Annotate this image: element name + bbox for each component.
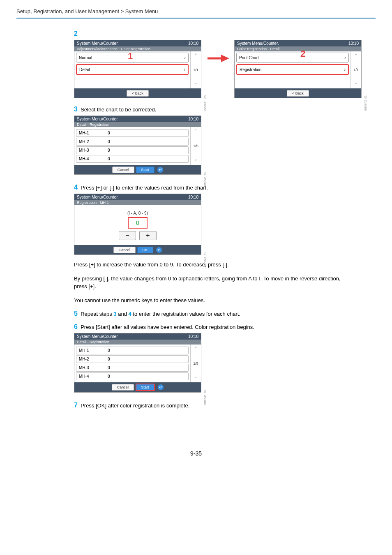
step-number-7: 7 <box>74 402 78 409</box>
panel-detail-registration: System Menu/Counter. 10:10 Detail - Regi… <box>74 116 201 175</box>
mh-value: 0 <box>108 157 186 161</box>
mh-row[interactable]: MH-30 <box>76 146 189 154</box>
enter-icon: ↵ <box>156 247 162 253</box>
chevron-right-icon: › <box>184 55 186 60</box>
scroll-side: ˄ 1/1 ˅ <box>350 51 361 88</box>
screen-id: GB0643_01 <box>204 390 207 405</box>
mh-value: 0 <box>108 365 186 370</box>
list-item-label: Print Chart <box>239 56 259 60</box>
panel-subtitle: Adjustment/Maintenance - Color Registrat… <box>74 46 201 51</box>
scroll-down-icon[interactable]: ˅ <box>191 375 201 382</box>
mh-label: MH-4 <box>79 374 108 379</box>
screen-id: GB0641_00 <box>204 95 207 111</box>
mh-label: MH-3 <box>79 148 108 153</box>
page-header: Setup, Registration, and User Management… <box>0 0 392 18</box>
screen-id: GB0643_01 <box>204 172 207 187</box>
step-text: Press [+] or [-] to enter the values rea… <box>81 185 208 191</box>
mh-row[interactable]: MH-40 <box>76 155 189 163</box>
mh-value: 0 <box>108 131 186 135</box>
list-item-print-chart[interactable]: Print Chart › <box>236 53 349 62</box>
panel-time: 10:10 <box>188 41 198 46</box>
body-paragraph: By pressing [-], the value changes from … <box>74 275 353 291</box>
scroll-up-icon[interactable]: ˄ <box>351 51 361 59</box>
scroll-side: ˄ 1/5 ˅ <box>190 345 201 382</box>
ok-button[interactable]: OK <box>137 247 153 253</box>
scroll-down-icon[interactable]: ˅ <box>191 81 201 88</box>
body-paragraph: Press [+] to increase the value from 0 t… <box>74 261 353 269</box>
scroll-down-icon[interactable]: ˅ <box>191 157 201 165</box>
back-button[interactable]: < Back <box>287 90 309 97</box>
page-number: 9-35 <box>0 450 392 457</box>
mh-value: 0 <box>108 148 186 153</box>
panel-title: System Menu/Counter. <box>77 334 119 339</box>
mh-row[interactable]: MH-20 <box>76 355 189 363</box>
panel-subtitle: Detail - Registration <box>74 122 201 127</box>
back-button[interactable]: < Back <box>127 90 149 97</box>
panel-time: 10:10 <box>348 41 359 46</box>
value-display: 0 <box>128 217 148 229</box>
cancel-button[interactable]: Cancel <box>112 166 134 173</box>
list-item-registration[interactable]: Registration › <box>236 64 349 75</box>
panel-color-registration: System Menu/Counter. 10:10 Adjustment/Ma… <box>74 40 201 98</box>
mh-label: MH-1 <box>79 131 108 135</box>
list-item-label: Normal <box>79 56 92 60</box>
scroll-up-icon[interactable]: ˄ <box>191 345 201 352</box>
mh-value: 0 <box>108 357 186 361</box>
value-range: (I - A, 0 - 9) <box>74 211 201 215</box>
screen-id: GB0644_01 <box>204 252 207 267</box>
panel-time: 10:10 <box>188 334 198 339</box>
cancel-button[interactable]: Cancel <box>113 247 136 253</box>
panel-title: System Menu/Counter. <box>77 195 119 199</box>
scroll-down-icon[interactable]: ˅ <box>351 81 361 88</box>
start-button[interactable]: Start <box>136 384 155 391</box>
mh-label: MH-2 <box>79 139 108 144</box>
list-item-label: Registration <box>240 67 261 72</box>
step-text-part: Repeat steps <box>81 311 113 317</box>
panel-time: 10:10 <box>188 117 198 121</box>
page-indicator: 1/5 <box>193 134 198 157</box>
panel-title: System Menu/Counter. <box>77 41 119 46</box>
page-indicator: 1/5 <box>193 352 198 375</box>
plus-button[interactable]: + <box>139 231 157 240</box>
panel-time: 10:10 <box>188 195 198 199</box>
mh-row[interactable]: MH-20 <box>76 138 189 146</box>
step-number-3: 3 <box>74 106 78 113</box>
panel-title: System Menu/Counter. <box>77 117 119 121</box>
step-text-part: and <box>117 311 129 317</box>
chevron-right-icon: › <box>184 67 185 72</box>
scroll-up-icon[interactable]: ˄ <box>191 51 201 59</box>
mh-row[interactable]: MH-10 <box>76 129 189 137</box>
step-number-5: 5 <box>74 310 78 317</box>
breadcrumb: Setup, Registration, and User Management… <box>16 8 158 14</box>
page-indicator: 1/1 <box>353 59 359 81</box>
start-button[interactable]: Start <box>136 166 154 173</box>
mh-row[interactable]: MH-10 <box>76 347 189 354</box>
panel-detail-registration-final: System Menu/Counter. 10:10 Detail - Regi… <box>74 333 201 393</box>
step-ref: 3 <box>113 311 116 317</box>
mh-label: MH-3 <box>79 365 108 370</box>
mh-value: 0 <box>108 348 186 353</box>
list-item-normal[interactable]: Normal › <box>76 53 189 62</box>
minus-button[interactable]: − <box>119 231 136 240</box>
scroll-side: ˄ 1/5 ˅ <box>190 127 201 165</box>
mh-row[interactable]: MH-30 <box>76 364 189 372</box>
step-text: Press [Start] after all values have been… <box>81 324 254 330</box>
panel-subtitle: Registration - MH-1 <box>74 200 201 205</box>
scroll-up-icon[interactable]: ˄ <box>191 127 201 134</box>
step-number-2: 2 <box>74 30 78 37</box>
chevron-right-icon: › <box>344 67 346 72</box>
cancel-button[interactable]: Cancel <box>112 384 134 391</box>
mh-row[interactable]: MH-40 <box>76 372 189 380</box>
body-paragraph: You cannot use the numeric keys to enter… <box>74 296 353 305</box>
mh-value: 0 <box>108 139 186 144</box>
mh-label: MH-2 <box>79 357 108 361</box>
mh-value: 0 <box>108 374 186 379</box>
list-item-label: Detail <box>79 67 90 72</box>
panel-subtitle: Detail - Registration <box>74 340 201 345</box>
list-item-detail[interactable]: Detail › <box>76 64 189 75</box>
panel-color-registration-detail: System Menu/Counter. 10:10 Color Registr… <box>234 40 362 98</box>
step-text: Press [OK] after color registration is c… <box>81 402 189 409</box>
step-ref: 4 <box>129 311 131 317</box>
panel-subtitle: Color Registration - Detail <box>235 46 361 51</box>
panel-title: System Menu/Counter. <box>237 41 279 46</box>
